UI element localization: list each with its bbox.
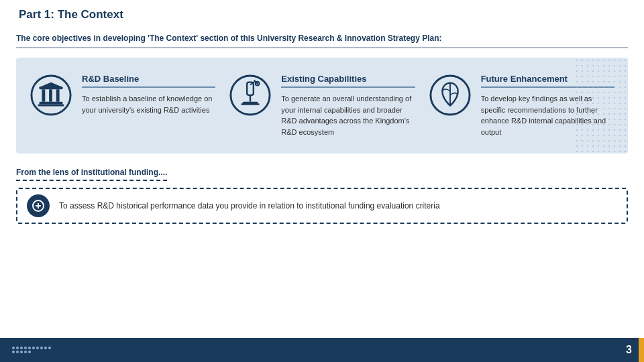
card-existing-capabilities-content: Existing Capabilities To generate an ove… bbox=[281, 74, 415, 137]
svg-rect-3 bbox=[38, 105, 64, 107]
assess-icon bbox=[27, 194, 50, 217]
svg-marker-7 bbox=[39, 82, 64, 88]
card-rd-baseline: R&D Baseline To establish a baseline of … bbox=[30, 74, 215, 137]
footer-accent-bar bbox=[639, 338, 644, 362]
page-title: Part 1: The Context bbox=[16, 8, 628, 21]
footer: 3 bbox=[0, 338, 644, 362]
card-future-enhancement-content: Future Enhancement To develop key findin… bbox=[481, 74, 614, 137]
subtitle: The core objectives in developing 'The C… bbox=[16, 34, 628, 48]
cards-area: R&D Baseline To establish a baseline of … bbox=[16, 58, 628, 154]
card-rd-baseline-title: R&D Baseline bbox=[82, 74, 215, 88]
building-columns-icon bbox=[30, 74, 72, 117]
card-future-enhancement-text: To develop key findings as well as speci… bbox=[481, 93, 614, 137]
svg-rect-1 bbox=[40, 102, 63, 105]
card-existing-capabilities-title: Existing Capabilities bbox=[281, 74, 415, 88]
card-existing-capabilities-text: To generate an overall understanding of … bbox=[281, 93, 415, 137]
card-rd-baseline-content: R&D Baseline To establish a baseline of … bbox=[82, 74, 215, 115]
page-number: 3 bbox=[626, 344, 632, 356]
footer-logo-dots bbox=[12, 347, 52, 353]
assess-text: To assess R&D historical performance dat… bbox=[59, 200, 440, 212]
microscope-icon bbox=[229, 74, 272, 117]
from-lens-label: From the lens of institutional funding..… bbox=[16, 168, 167, 181]
leaf-icon bbox=[429, 74, 472, 117]
assess-box: To assess R&D historical performance dat… bbox=[16, 188, 628, 224]
card-future-enhancement: Future Enhancement To develop key findin… bbox=[429, 74, 614, 137]
card-rd-baseline-text: To establish a baseline of knowledge on … bbox=[82, 93, 215, 115]
footer-logo bbox=[12, 347, 52, 353]
card-existing-capabilities: Existing Capabilities To generate an ove… bbox=[229, 74, 415, 137]
svg-rect-5 bbox=[49, 89, 52, 101]
page-container: Part 1: The Context The core objectives … bbox=[0, 0, 644, 362]
card-future-enhancement-title: Future Enhancement bbox=[481, 74, 614, 88]
svg-rect-4 bbox=[42, 89, 45, 101]
svg-rect-6 bbox=[56, 89, 60, 101]
